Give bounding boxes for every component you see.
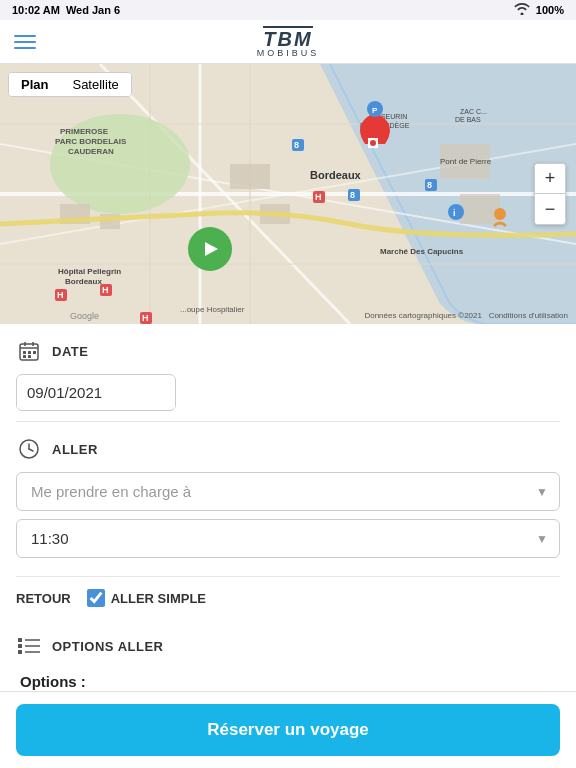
- svg-text:PARC BORDELAIS: PARC BORDELAIS: [55, 137, 127, 146]
- list-icon: [16, 633, 42, 659]
- svg-text:8: 8: [350, 190, 355, 200]
- svg-text:Bordeaux: Bordeaux: [65, 277, 102, 286]
- battery-level: 100%: [536, 4, 564, 16]
- map-type-satellite[interactable]: Satellite: [60, 73, 130, 96]
- retour-label: RETOUR: [16, 591, 71, 606]
- svg-text:Pont de Pierre: Pont de Pierre: [440, 157, 492, 166]
- svg-text:ZAC C...: ZAC C...: [460, 108, 487, 115]
- reserve-bar: Réserver un voyage: [0, 691, 576, 768]
- status-bar: 10:02 AM Wed Jan 6 100%: [0, 0, 576, 20]
- svg-text:Google: Google: [70, 311, 99, 321]
- date-input-wrapper[interactable]: [16, 374, 176, 411]
- map-type-buttons[interactable]: Plan Satellite: [8, 72, 132, 97]
- svg-line-69: [29, 449, 33, 451]
- svg-text:PRIMEROSE: PRIMEROSE: [60, 127, 109, 136]
- svg-rect-73: [18, 638, 22, 642]
- reserve-button[interactable]: Réserver un voyage: [16, 704, 560, 756]
- time-select-wrapper[interactable]: 11:30 ▼: [16, 519, 560, 558]
- svg-rect-58: [23, 351, 26, 354]
- map-zoom-controls[interactable]: + −: [534, 163, 566, 225]
- pickup-select-wrapper[interactable]: Me prendre en charge à ▼: [16, 472, 560, 511]
- svg-text:Hôpital Pellegrin: Hôpital Pellegrin: [58, 267, 121, 276]
- svg-point-47: [370, 140, 376, 146]
- options-aller-label: OPTIONS ALLER: [52, 639, 163, 654]
- retour-section: RETOUR ALLER SIMPLE: [16, 577, 560, 619]
- svg-text:P: P: [372, 106, 378, 115]
- date-label: DATE: [52, 344, 88, 359]
- aller-label: ALLER: [52, 442, 98, 457]
- svg-text:H: H: [142, 313, 149, 323]
- map-attribution: Données cartographiques ©2021 Conditions…: [364, 311, 568, 320]
- options-header: OPTIONS ALLER: [16, 633, 560, 659]
- time-select[interactable]: 11:30: [16, 519, 560, 558]
- map-container: PRIMEROSE PARC BORDELAIS CAUDERAN Bordea…: [0, 64, 576, 324]
- status-date: Wed Jan 6: [66, 4, 120, 16]
- svg-text:H: H: [57, 290, 64, 300]
- svg-text:8: 8: [427, 180, 432, 190]
- logo-tbm: TBM: [263, 26, 312, 49]
- svg-text:Marché Des Capucins: Marché Des Capucins: [380, 247, 464, 256]
- svg-rect-59: [28, 351, 31, 354]
- svg-rect-62: [28, 355, 31, 358]
- svg-text:Bordeaux: Bordeaux: [310, 169, 362, 181]
- date-input[interactable]: [17, 376, 176, 409]
- wifi-icon: [514, 3, 530, 17]
- status-time: 10:02 AM: [12, 4, 60, 16]
- pickup-select[interactable]: Me prendre en charge à: [16, 472, 560, 511]
- date-section: DATE: [16, 324, 560, 422]
- svg-rect-13: [230, 164, 270, 189]
- zoom-out-button[interactable]: −: [535, 194, 565, 224]
- svg-text:H: H: [102, 285, 109, 295]
- svg-text:...oupe Hospitalier: ...oupe Hospitalier: [180, 305, 245, 314]
- logo: TBM MOBIBUS: [257, 26, 320, 58]
- aller-section-header: ALLER: [16, 436, 560, 462]
- aller-simple-wrapper[interactable]: ALLER SIMPLE: [87, 589, 206, 607]
- svg-point-52: [494, 208, 506, 220]
- clock-icon: [16, 436, 42, 462]
- aller-simple-checkbox[interactable]: [87, 589, 105, 607]
- svg-rect-61: [23, 355, 26, 358]
- map-type-plan[interactable]: Plan: [9, 73, 60, 96]
- svg-rect-16: [460, 194, 500, 224]
- svg-rect-75: [18, 650, 22, 654]
- nav-bar: TBM MOBIBUS: [0, 20, 576, 64]
- svg-text:CAUDERAN: CAUDERAN: [68, 147, 114, 156]
- logo-mobibus: MOBIBUS: [257, 49, 320, 58]
- svg-text:8: 8: [294, 140, 299, 150]
- aller-simple-label[interactable]: ALLER SIMPLE: [111, 591, 206, 606]
- hamburger-menu[interactable]: [14, 35, 36, 49]
- svg-rect-60: [33, 351, 36, 354]
- date-section-header: DATE: [16, 338, 560, 364]
- svg-text:DE BAS: DE BAS: [455, 116, 481, 123]
- aller-section: ALLER Me prendre en charge à ▼ 11:30 ▼: [16, 422, 560, 577]
- svg-point-50: [448, 204, 464, 220]
- svg-text:H: H: [315, 192, 322, 202]
- zoom-in-button[interactable]: +: [535, 164, 565, 194]
- svg-rect-74: [18, 644, 22, 648]
- options-title: Options :: [20, 673, 556, 690]
- calendar-icon: [16, 338, 42, 364]
- svg-text:i: i: [453, 208, 456, 218]
